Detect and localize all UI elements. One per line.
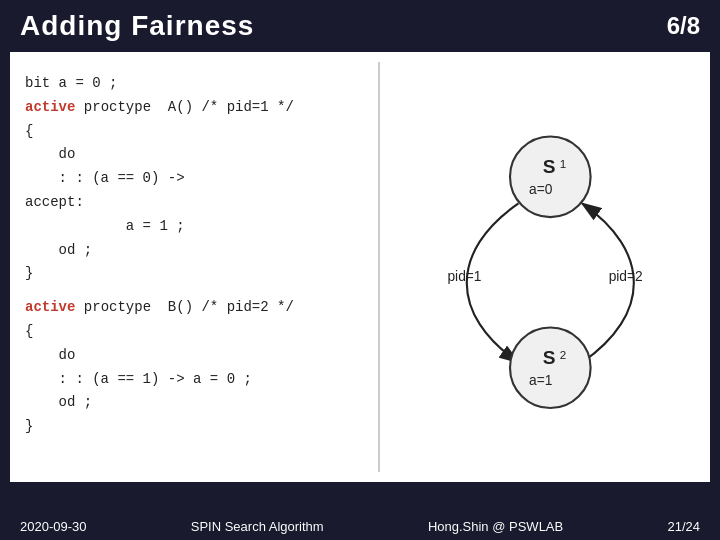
code-line-8: od ; [25, 239, 363, 263]
code-line-12: do [25, 344, 363, 368]
state-2-subscript: 2 [560, 348, 566, 361]
main-content: bit a = 0 ; active proctype A() /* pid=1… [10, 52, 710, 482]
state-1-label: S [543, 156, 556, 177]
footer-date: 2020-09-30 [20, 519, 87, 534]
code-line-3: { [25, 120, 363, 144]
footer-topic: SPIN Search Algorithm [191, 519, 324, 534]
state-2-value: a=1 [529, 373, 552, 388]
state-1-circle [510, 137, 591, 218]
code-line-4: do [25, 143, 363, 167]
code-line-6: accept: [25, 191, 363, 215]
state-2-label: S [543, 347, 556, 368]
state-1-value: a=0 [529, 182, 553, 197]
code-line-2: active proctype A() /* pid=1 */ [25, 96, 363, 120]
code-line-7: a = 1 ; [25, 215, 363, 239]
code-line-10: active proctype B() /* pid=2 */ [25, 296, 363, 320]
header: Adding Fairness 6/8 [0, 0, 720, 52]
state-2-circle [510, 327, 591, 408]
edge-left-label: pid=1 [447, 269, 481, 284]
state-diagram: S 1 a=0 S 2 a=1 pid=1 pid=2 [415, 92, 675, 442]
code-line-9: } [25, 262, 363, 286]
code-panel: bit a = 0 ; active proctype A() /* pid=1… [10, 62, 380, 472]
edge-right-label: pid=2 [609, 269, 643, 284]
footer: 2020-09-30 SPIN Search Algorithm Hong.Sh… [0, 513, 720, 540]
page-title: Adding Fairness [20, 10, 254, 42]
slide-number: 6/8 [667, 12, 700, 40]
diagram-panel: S 1 a=0 S 2 a=1 pid=1 pid=2 [380, 62, 710, 472]
footer-page: 21/24 [667, 519, 700, 534]
code-line-15: } [25, 415, 363, 439]
code-line-14: od ; [25, 391, 363, 415]
code-line-1: bit a = 0 ; [25, 72, 363, 96]
state-1-subscript: 1 [560, 157, 566, 170]
code-line-11: { [25, 320, 363, 344]
footer-author: Hong.Shin @ PSWLAB [428, 519, 563, 534]
code-line-5: : : (a == 0) -> [25, 167, 363, 191]
code-line-13: : : (a == 1) -> a = 0 ; [25, 368, 363, 392]
